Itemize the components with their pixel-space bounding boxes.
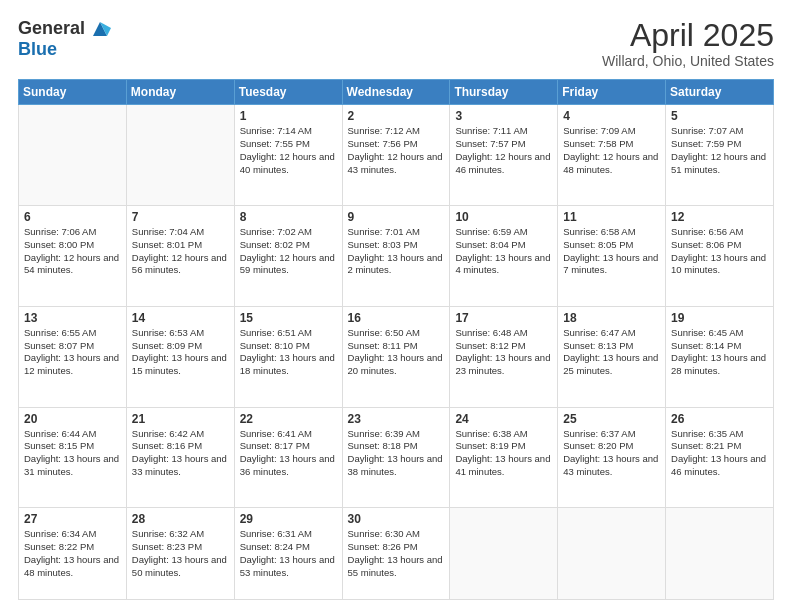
day-info: Sunrise: 6:37 AM Sunset: 8:20 PM Dayligh… <box>563 428 660 479</box>
day-number: 20 <box>24 412 121 426</box>
day-info: Sunrise: 6:31 AM Sunset: 8:24 PM Dayligh… <box>240 528 337 579</box>
calendar-subtitle: Willard, Ohio, United States <box>602 53 774 69</box>
calendar-cell <box>450 508 558 600</box>
week-row-3: 13Sunrise: 6:55 AM Sunset: 8:07 PM Dayli… <box>19 306 774 407</box>
calendar-cell: 3Sunrise: 7:11 AM Sunset: 7:57 PM Daylig… <box>450 105 558 206</box>
day-info: Sunrise: 7:11 AM Sunset: 7:57 PM Dayligh… <box>455 125 552 176</box>
calendar-cell: 27Sunrise: 6:34 AM Sunset: 8:22 PM Dayli… <box>19 508 127 600</box>
calendar-cell <box>666 508 774 600</box>
day-info: Sunrise: 7:06 AM Sunset: 8:00 PM Dayligh… <box>24 226 121 277</box>
calendar-cell: 14Sunrise: 6:53 AM Sunset: 8:09 PM Dayli… <box>126 306 234 407</box>
calendar-cell <box>558 508 666 600</box>
week-row-4: 20Sunrise: 6:44 AM Sunset: 8:15 PM Dayli… <box>19 407 774 508</box>
day-number: 6 <box>24 210 121 224</box>
calendar-cell: 12Sunrise: 6:56 AM Sunset: 8:06 PM Dayli… <box>666 205 774 306</box>
logo-blue-text: Blue <box>18 40 111 60</box>
day-info: Sunrise: 6:30 AM Sunset: 8:26 PM Dayligh… <box>348 528 445 579</box>
col-header-friday: Friday <box>558 80 666 105</box>
calendar-cell: 5Sunrise: 7:07 AM Sunset: 7:59 PM Daylig… <box>666 105 774 206</box>
calendar-cell: 10Sunrise: 6:59 AM Sunset: 8:04 PM Dayli… <box>450 205 558 306</box>
title-block: April 2025 Willard, Ohio, United States <box>602 18 774 69</box>
calendar-cell: 19Sunrise: 6:45 AM Sunset: 8:14 PM Dayli… <box>666 306 774 407</box>
calendar-cell: 17Sunrise: 6:48 AM Sunset: 8:12 PM Dayli… <box>450 306 558 407</box>
day-number: 10 <box>455 210 552 224</box>
day-number: 18 <box>563 311 660 325</box>
day-number: 30 <box>348 512 445 526</box>
calendar-cell: 23Sunrise: 6:39 AM Sunset: 8:18 PM Dayli… <box>342 407 450 508</box>
day-number: 17 <box>455 311 552 325</box>
day-info: Sunrise: 6:55 AM Sunset: 8:07 PM Dayligh… <box>24 327 121 378</box>
day-info: Sunrise: 7:01 AM Sunset: 8:03 PM Dayligh… <box>348 226 445 277</box>
day-number: 29 <box>240 512 337 526</box>
header: General Blue April 2025 Willard, Ohio, U… <box>18 18 774 69</box>
logo-icon <box>89 18 111 40</box>
day-info: Sunrise: 7:02 AM Sunset: 8:02 PM Dayligh… <box>240 226 337 277</box>
calendar-cell: 18Sunrise: 6:47 AM Sunset: 8:13 PM Dayli… <box>558 306 666 407</box>
calendar-cell: 7Sunrise: 7:04 AM Sunset: 8:01 PM Daylig… <box>126 205 234 306</box>
col-header-sunday: Sunday <box>19 80 127 105</box>
day-info: Sunrise: 6:48 AM Sunset: 8:12 PM Dayligh… <box>455 327 552 378</box>
day-info: Sunrise: 7:12 AM Sunset: 7:56 PM Dayligh… <box>348 125 445 176</box>
calendar-title: April 2025 <box>602 18 774 53</box>
logo-general-text: General <box>18 19 85 39</box>
day-info: Sunrise: 6:41 AM Sunset: 8:17 PM Dayligh… <box>240 428 337 479</box>
day-info: Sunrise: 6:38 AM Sunset: 8:19 PM Dayligh… <box>455 428 552 479</box>
day-info: Sunrise: 6:56 AM Sunset: 8:06 PM Dayligh… <box>671 226 768 277</box>
day-number: 21 <box>132 412 229 426</box>
day-info: Sunrise: 6:51 AM Sunset: 8:10 PM Dayligh… <box>240 327 337 378</box>
col-header-saturday: Saturday <box>666 80 774 105</box>
day-info: Sunrise: 7:14 AM Sunset: 7:55 PM Dayligh… <box>240 125 337 176</box>
calendar-cell: 11Sunrise: 6:58 AM Sunset: 8:05 PM Dayli… <box>558 205 666 306</box>
week-row-1: 1Sunrise: 7:14 AM Sunset: 7:55 PM Daylig… <box>19 105 774 206</box>
day-info: Sunrise: 6:34 AM Sunset: 8:22 PM Dayligh… <box>24 528 121 579</box>
calendar-cell: 21Sunrise: 6:42 AM Sunset: 8:16 PM Dayli… <box>126 407 234 508</box>
day-number: 2 <box>348 109 445 123</box>
day-number: 22 <box>240 412 337 426</box>
calendar-cell: 9Sunrise: 7:01 AM Sunset: 8:03 PM Daylig… <box>342 205 450 306</box>
day-number: 3 <box>455 109 552 123</box>
col-header-wednesday: Wednesday <box>342 80 450 105</box>
day-number: 25 <box>563 412 660 426</box>
day-info: Sunrise: 6:58 AM Sunset: 8:05 PM Dayligh… <box>563 226 660 277</box>
calendar-cell <box>126 105 234 206</box>
calendar-cell: 16Sunrise: 6:50 AM Sunset: 8:11 PM Dayli… <box>342 306 450 407</box>
day-number: 16 <box>348 311 445 325</box>
day-info: Sunrise: 7:04 AM Sunset: 8:01 PM Dayligh… <box>132 226 229 277</box>
logo: General Blue <box>18 18 111 60</box>
day-info: Sunrise: 6:45 AM Sunset: 8:14 PM Dayligh… <box>671 327 768 378</box>
calendar-cell: 15Sunrise: 6:51 AM Sunset: 8:10 PM Dayli… <box>234 306 342 407</box>
day-number: 15 <box>240 311 337 325</box>
day-number: 24 <box>455 412 552 426</box>
day-info: Sunrise: 6:32 AM Sunset: 8:23 PM Dayligh… <box>132 528 229 579</box>
calendar-cell: 24Sunrise: 6:38 AM Sunset: 8:19 PM Dayli… <box>450 407 558 508</box>
day-number: 27 <box>24 512 121 526</box>
day-number: 8 <box>240 210 337 224</box>
day-number: 26 <box>671 412 768 426</box>
day-number: 7 <box>132 210 229 224</box>
page: General Blue April 2025 Willard, Ohio, U… <box>0 0 792 612</box>
calendar-cell: 2Sunrise: 7:12 AM Sunset: 7:56 PM Daylig… <box>342 105 450 206</box>
day-info: Sunrise: 6:35 AM Sunset: 8:21 PM Dayligh… <box>671 428 768 479</box>
header-row: SundayMondayTuesdayWednesdayThursdayFrid… <box>19 80 774 105</box>
day-info: Sunrise: 6:53 AM Sunset: 8:09 PM Dayligh… <box>132 327 229 378</box>
col-header-monday: Monday <box>126 80 234 105</box>
day-number: 1 <box>240 109 337 123</box>
calendar-cell: 25Sunrise: 6:37 AM Sunset: 8:20 PM Dayli… <box>558 407 666 508</box>
day-info: Sunrise: 6:47 AM Sunset: 8:13 PM Dayligh… <box>563 327 660 378</box>
day-number: 13 <box>24 311 121 325</box>
day-number: 14 <box>132 311 229 325</box>
col-header-thursday: Thursday <box>450 80 558 105</box>
day-number: 28 <box>132 512 229 526</box>
day-number: 4 <box>563 109 660 123</box>
day-info: Sunrise: 6:50 AM Sunset: 8:11 PM Dayligh… <box>348 327 445 378</box>
calendar-cell: 4Sunrise: 7:09 AM Sunset: 7:58 PM Daylig… <box>558 105 666 206</box>
day-number: 23 <box>348 412 445 426</box>
calendar-table: SundayMondayTuesdayWednesdayThursdayFrid… <box>18 79 774 600</box>
day-info: Sunrise: 6:59 AM Sunset: 8:04 PM Dayligh… <box>455 226 552 277</box>
day-number: 11 <box>563 210 660 224</box>
day-info: Sunrise: 6:39 AM Sunset: 8:18 PM Dayligh… <box>348 428 445 479</box>
day-info: Sunrise: 6:44 AM Sunset: 8:15 PM Dayligh… <box>24 428 121 479</box>
calendar-cell: 20Sunrise: 6:44 AM Sunset: 8:15 PM Dayli… <box>19 407 127 508</box>
calendar-cell: 22Sunrise: 6:41 AM Sunset: 8:17 PM Dayli… <box>234 407 342 508</box>
day-number: 12 <box>671 210 768 224</box>
